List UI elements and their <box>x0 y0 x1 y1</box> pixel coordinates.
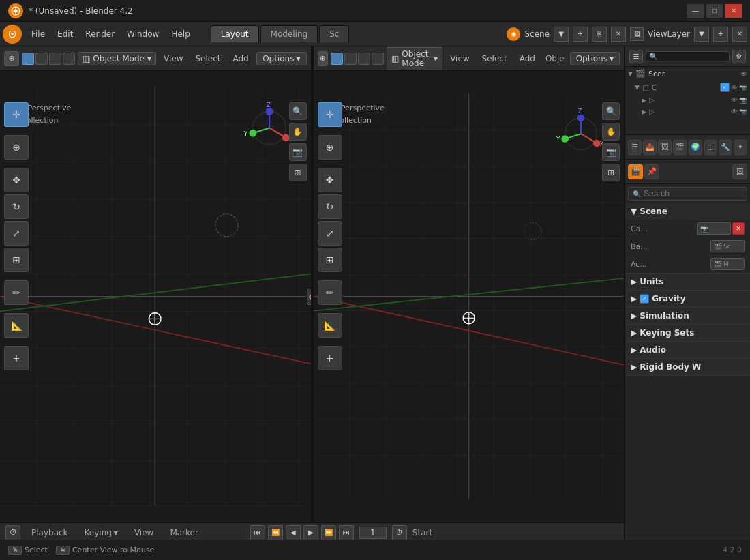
viewport-left[interactable]: ⊕ ▥ Object Mode ▾ View <box>0 46 312 522</box>
vp2-move-tool[interactable]: ✥ <box>318 168 342 192</box>
next-keyframe-btn[interactable]: ⏩ <box>321 525 336 540</box>
menu-file[interactable]: File <box>26 27 50 42</box>
vp2-scale-tool[interactable]: ⤢ <box>318 221 342 246</box>
bg-prop-value[interactable]: 🎬 Sc <box>710 240 745 252</box>
vp1-move-tool[interactable]: ✥ <box>4 168 29 192</box>
vp2-cursor-tool[interactable]: ⊕ <box>318 135 342 160</box>
vp2-frame-btn[interactable]: ⊞ <box>602 164 620 181</box>
vp1-collapse-btn[interactable]: ❮ <box>307 289 311 305</box>
vp2-pan-btn[interactable]: ✋ <box>602 123 620 141</box>
vp2-select-btn[interactable]: Select <box>477 52 512 65</box>
minimize-button[interactable]: — <box>687 4 704 18</box>
prev-frame-btn[interactable]: ◀ <box>286 525 301 540</box>
vp1-options-btn[interactable]: Options ▾ <box>256 52 306 65</box>
playback-btn[interactable]: Playback <box>26 527 74 539</box>
keying-btn[interactable]: Keying ▾ <box>79 527 123 539</box>
timeline-marker-btn[interactable]: Marker <box>164 527 203 539</box>
outliner-filter-btn[interactable]: ⚙ <box>732 50 746 63</box>
cam-render-icon[interactable]: 📷 <box>739 96 747 104</box>
collection-eye-icon[interactable]: 👁 <box>731 84 738 91</box>
viewlayer-delete-btn[interactable]: ✕ <box>732 27 747 42</box>
vp2-options-btn[interactable]: Options ▾ <box>570 52 620 65</box>
vp1-annotate-tool[interactable]: ✏ <box>4 280 29 305</box>
maximize-button[interactable]: □ <box>706 4 723 18</box>
close-button[interactable]: ✕ <box>725 4 742 18</box>
prev-keyframe-btn[interactable]: ⏪ <box>268 525 283 540</box>
vp2-view-btn[interactable]: View <box>445 52 474 65</box>
vp2-wireframe-mode[interactable] <box>344 53 357 65</box>
vp2-mode4[interactable] <box>372 53 384 65</box>
vp1-frame-btn[interactable]: ⊞ <box>289 164 307 181</box>
vp1-select-btn[interactable]: Select <box>190 52 225 65</box>
collection-visible-icon[interactable]: ✓ <box>720 83 730 92</box>
vp1-add-btn[interactable]: Add <box>228 52 253 65</box>
vp1-zoom-btn[interactable]: 🔍 <box>289 102 307 120</box>
vp2-annotate-tool[interactable]: ✏ <box>318 280 342 305</box>
vp1-camera-view-btn[interactable]: 📷 <box>289 143 307 161</box>
scene-expand-btn[interactable]: ▼ <box>554 27 569 42</box>
tab-sc[interactable]: Sc <box>319 25 349 42</box>
vp2-mode3[interactable] <box>358 53 370 65</box>
props-search-bar[interactable]: 🔍 <box>628 187 747 201</box>
menu-render[interactable]: Render <box>80 27 120 42</box>
vp1-select-tool[interactable]: ✛ <box>4 102 29 127</box>
cam-eye-icon[interactable]: 👁 <box>731 96 738 104</box>
vp1-object-mode-btn[interactable]: ▥ Object Mode ▾ <box>78 52 156 65</box>
vp1-add-tool[interactable]: + <box>4 346 29 370</box>
scene-section-header[interactable]: ▼ Scene <box>625 203 750 220</box>
scene-expand-icon[interactable]: ▼ <box>628 70 633 77</box>
vp1-transform-tool[interactable]: ⊞ <box>4 248 29 272</box>
vp1-view-btn[interactable]: View <box>159 52 188 65</box>
current-frame[interactable]: 1 <box>359 527 387 539</box>
props-tab-scene-active[interactable]: 🎬 <box>628 164 643 179</box>
collection-render-icon[interactable]: 📷 <box>739 84 747 91</box>
scene-delete-btn[interactable]: ✕ <box>611 27 626 42</box>
vp2-select-tool[interactable]: ✛ <box>318 102 342 127</box>
camera-outliner-row[interactable]: ▶ ▷ 👁 📷 <box>625 94 750 106</box>
keying-sets-section-header[interactable]: ▶ Keying Sets <box>625 325 750 341</box>
menu-edit[interactable]: Edit <box>52 27 78 42</box>
play-btn[interactable]: ▶ <box>303 525 318 540</box>
vp1-mode4[interactable] <box>63 53 75 65</box>
light-outliner-row[interactable]: ▶ ▷ 👁 📷 <box>625 106 750 117</box>
jump-start-btn[interactable]: ⏮ <box>250 525 265 540</box>
tab-layout[interactable]: Layout <box>211 25 259 42</box>
props-tab-render[interactable]: ☰ <box>628 140 642 155</box>
vp1-mode3[interactable] <box>49 53 61 65</box>
vp1-measure-tool[interactable]: 📐 <box>4 313 29 338</box>
scene-new-btn[interactable]: + <box>573 27 588 42</box>
clip-prop-value[interactable]: 🎬 M <box>710 258 745 270</box>
props-filter-btn[interactable]: 🖼 <box>732 164 747 179</box>
gravity-checkbox[interactable]: ✓ <box>640 294 649 304</box>
simulation-section-header[interactable]: ▶ Simulation <box>625 308 750 324</box>
gravity-section-header[interactable]: ▶ ✓ Gravity <box>625 291 750 307</box>
menu-window[interactable]: Window <box>121 27 164 42</box>
vp1-cursor-tool[interactable]: ⊕ <box>4 135 29 160</box>
props-tab-scene[interactable]: 🎬 <box>673 140 687 155</box>
camera-delete-btn[interactable]: ✕ <box>732 222 745 235</box>
timeline-mode-btn[interactable]: ⏱ <box>5 525 20 540</box>
vp2-zoom-btn[interactable]: 🔍 <box>602 102 620 120</box>
props-tab-modifier[interactable]: 🔧 <box>719 140 732 155</box>
vp2-solid-mode[interactable] <box>331 53 343 65</box>
scene-eye-icon[interactable]: 👁 <box>740 70 747 78</box>
props-tab-output[interactable]: 📤 <box>643 140 657 155</box>
rigid-body-section-header[interactable]: ▶ Rigid Body W <box>625 359 750 375</box>
props-tab-particles[interactable]: ✦ <box>734 140 747 155</box>
vp1-cursor-mode[interactable]: ⊕ <box>4 51 19 66</box>
vp2-cursor-mode[interactable]: ⊕ <box>318 51 329 66</box>
tab-modeling[interactable]: Modeling <box>260 25 318 42</box>
light-render-icon[interactable]: 📷 <box>739 108 747 115</box>
keyframe-marker-btn[interactable]: ⏱ <box>392 525 407 540</box>
vp1-wireframe-mode[interactable] <box>35 53 48 65</box>
menu-help[interactable]: Help <box>166 27 195 42</box>
scene-copy-btn[interactable]: ⎘ <box>592 27 607 42</box>
vp1-scale-tool[interactable]: ⤢ <box>4 221 29 246</box>
audio-section-header[interactable]: ▶ Audio <box>625 342 750 358</box>
vp2-add-btn[interactable]: Add <box>515 52 540 65</box>
props-tab-world[interactable]: 🌍 <box>689 140 702 155</box>
viewlayer-new-btn[interactable]: + <box>713 27 728 42</box>
collection-expand-icon[interactable]: ▼ <box>635 84 640 91</box>
viewlayer-expand-btn[interactable]: ▼ <box>694 27 709 42</box>
props-pin-btn[interactable]: 📌 <box>644 164 659 179</box>
